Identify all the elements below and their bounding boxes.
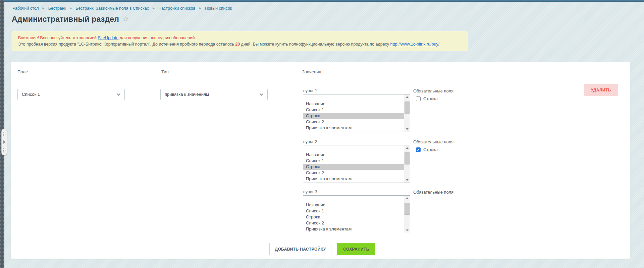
listbox-options: -НазваниеСписок 1СтрокаСписок 2Привязка … xyxy=(303,196,404,233)
listbox-option[interactable]: - xyxy=(303,95,404,101)
top-edge-bar xyxy=(0,0,644,2)
listbox-option[interactable]: Список 2 xyxy=(303,170,404,176)
notice-line-trial: Это пробная версия продукта "1С-Битрикс:… xyxy=(18,41,461,48)
drag-dots-icon xyxy=(3,148,6,152)
listbox-option[interactable]: Строка xyxy=(303,113,404,119)
required-checkbox[interactable] xyxy=(416,147,421,152)
type-column-label: Тип xyxy=(161,69,169,74)
item-label: пункт 2 xyxy=(303,139,317,144)
buy-link[interactable]: http://www.1c-bitrix.ru/buy/ xyxy=(390,42,440,47)
checkbox-label: Строка xyxy=(423,147,438,152)
notice-warning-text: Внимание! Воспользуйтесь технологией xyxy=(18,36,98,40)
drag-dots-icon xyxy=(3,132,6,136)
siteupdate-link[interactable]: SiteUpdate xyxy=(98,36,118,40)
listbox-option[interactable]: Список 1 xyxy=(303,107,404,113)
listbox-option[interactable]: Название xyxy=(303,101,404,107)
scrollbar-thumb[interactable] xyxy=(405,152,410,164)
scrollbar-thumb[interactable] xyxy=(405,102,410,114)
field-select[interactable]: Список 1 xyxy=(17,89,125,100)
scrollbar[interactable] xyxy=(404,196,410,233)
scroll-up-button[interactable] xyxy=(404,145,410,151)
breadcrumb-item[interactable]: Рабочий стол xyxy=(12,6,39,11)
scrollbar[interactable] xyxy=(404,145,410,183)
scroll-up-button[interactable] xyxy=(404,196,410,201)
notice-line-update: Внимание! Воспользуйтесь технологией Sit… xyxy=(18,35,461,41)
breadcrumb-item[interactable]: Настройки списков xyxy=(158,6,195,11)
chevron-right-icon xyxy=(3,140,5,144)
listbox-option[interactable]: - xyxy=(303,196,404,202)
breadcrumb-item[interactable]: Новый список xyxy=(205,6,232,11)
settings-value-group: пункт 2-НазваниеСписок 1СтрокаСписок 2Пр… xyxy=(303,139,504,184)
field-select-value: Список 1 xyxy=(22,92,40,97)
item-label: пункт 1 xyxy=(303,88,317,93)
values-column-label: Значения xyxy=(302,69,321,74)
listbox-option[interactable]: Привязка к элементам xyxy=(303,226,404,232)
listbox-option[interactable]: Привязка к элементам xyxy=(303,125,404,131)
listbox-option[interactable]: Файл xyxy=(303,131,404,132)
delete-button[interactable]: УДАЛИТЬ xyxy=(584,84,618,96)
required-checkbox[interactable] xyxy=(416,96,421,101)
type-select-value: привязка к значениям xyxy=(165,92,209,97)
breadcrumb-separator-icon: ▶ xyxy=(199,7,201,10)
trial-days-left: 20 xyxy=(235,42,240,47)
add-setting-button[interactable]: ДОБАВИТЬ НАСТРОЙКУ xyxy=(269,243,331,255)
trial-text-2: дней. Вы можете купить полнофункциональн… xyxy=(240,42,390,47)
required-checkbox-row[interactable]: Строка xyxy=(416,96,438,101)
listbox-option[interactable]: Строка xyxy=(303,214,404,220)
save-button[interactable]: СОХРАНИТЬ xyxy=(337,243,375,255)
listbox-option[interactable]: Привязка к элементам xyxy=(303,176,404,182)
required-checkbox-row[interactable]: Строка xyxy=(416,147,438,152)
trial-text: Это пробная версия продукта "1С-Битрикс:… xyxy=(18,42,235,47)
scroll-down-button[interactable] xyxy=(404,126,410,132)
listbox-option[interactable]: Название xyxy=(303,152,404,158)
breadcrumb: Рабочий стол▶Бестранк▶Бестранк. Зависимы… xyxy=(12,6,232,11)
required-fields-label: Обязательные поля xyxy=(413,88,453,93)
chevron-down-icon xyxy=(117,92,120,96)
listbox-option[interactable]: Название xyxy=(303,202,404,208)
listbox-option[interactable]: - xyxy=(303,146,404,152)
breadcrumb-separator-icon: ▶ xyxy=(153,7,155,10)
type-select[interactable]: привязка к значениям xyxy=(160,89,268,100)
listbox-option[interactable]: Список 2 xyxy=(303,119,404,125)
breadcrumb-item[interactable]: Бестранк xyxy=(48,6,66,11)
listbox-option[interactable]: Файл xyxy=(303,182,404,183)
listbox-options: -НазваниеСписок 1СтрокаСписок 2Привязка … xyxy=(303,146,404,183)
item-label: пункт 3 xyxy=(303,190,317,194)
sidebar-toggle[interactable] xyxy=(1,129,7,155)
checkbox-label: Строка xyxy=(423,96,438,101)
listbox-options: -НазваниеСписок 1СтрокаСписок 2Привязка … xyxy=(303,95,404,132)
notice-warning-text-suffix: для получения последних обновлений. xyxy=(118,36,196,40)
field-column-label: Поле xyxy=(17,69,28,74)
scroll-up-button[interactable] xyxy=(404,94,410,100)
options-listbox[interactable]: -НазваниеСписок 1СтрокаСписок 2Привязка … xyxy=(303,145,410,183)
favorite-star-icon[interactable]: ☆ xyxy=(123,15,129,22)
scroll-down-button[interactable] xyxy=(404,177,410,183)
options-listbox[interactable]: -НазваниеСписок 1СтрокаСписок 2Привязка … xyxy=(303,195,410,233)
breadcrumb-item[interactable]: Бестранк. Зависимые поля в Списках xyxy=(75,6,149,11)
page-title-text: Административный раздел xyxy=(12,15,119,23)
footer-divider xyxy=(11,239,630,239)
chevron-down-icon xyxy=(260,92,263,96)
scrollbar[interactable] xyxy=(404,94,410,132)
listbox-option[interactable]: Список 1 xyxy=(303,158,404,164)
options-listbox[interactable]: -НазваниеСписок 1СтрокаСписок 2Привязка … xyxy=(303,94,410,132)
listbox-option[interactable]: Файл xyxy=(303,232,404,233)
required-fields-label: Обязательные поля xyxy=(413,139,453,144)
settings-value-group: пункт 3-НазваниеСписок 1СтрокаСписок 2Пр… xyxy=(303,190,504,234)
breadcrumb-separator-icon: ▶ xyxy=(42,7,44,10)
listbox-option[interactable]: Список 1 xyxy=(303,208,404,214)
required-fields-label: Обязательные поля xyxy=(413,190,453,195)
listbox-option[interactable]: Строка xyxy=(303,164,404,170)
page-title: Административный раздел☆ xyxy=(12,15,129,24)
trial-notice: Внимание! Воспользуйтесь технологией Sit… xyxy=(11,31,468,51)
scroll-down-button[interactable] xyxy=(404,227,410,233)
settings-value-group: пункт 1-НазваниеСписок 1СтрокаСписок 2Пр… xyxy=(303,88,504,133)
listbox-option[interactable]: Список 2 xyxy=(303,220,404,226)
breadcrumb-separator-icon: ▶ xyxy=(70,7,72,10)
scrollbar-thumb[interactable] xyxy=(405,203,410,215)
